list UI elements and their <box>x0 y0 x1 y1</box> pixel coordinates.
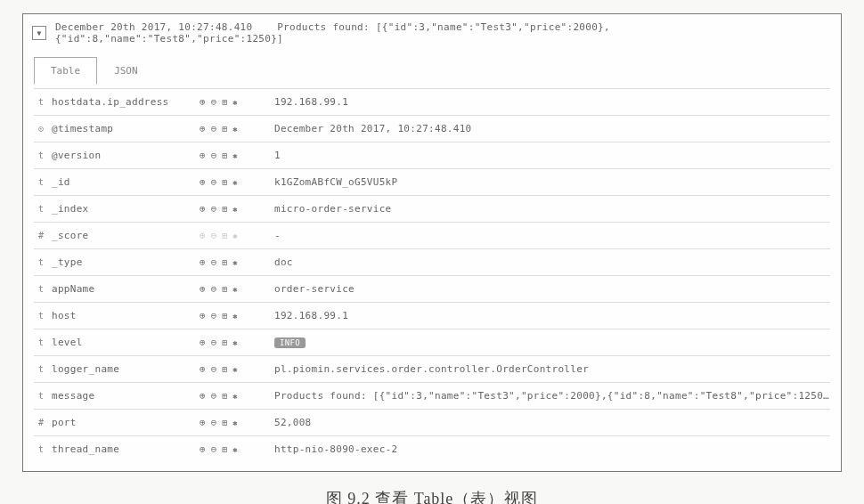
filter-in-icon[interactable] <box>200 176 206 188</box>
filter-out-icon[interactable] <box>211 176 217 188</box>
toggle-column-icon[interactable] <box>222 391 227 401</box>
field-name: message <box>48 390 200 402</box>
toggle-column-icon[interactable] <box>222 124 227 134</box>
toggle-column-icon[interactable] <box>222 97 227 107</box>
filter-in-icon[interactable] <box>200 96 206 108</box>
field-type-icon: t <box>34 391 48 401</box>
field-actions <box>200 443 269 455</box>
field-actions <box>200 363 269 375</box>
field-value: Products found: [{"id":3,"name":"Test3",… <box>269 390 830 402</box>
tab-table[interactable]: Table <box>34 57 97 85</box>
exists-filter-icon[interactable] <box>232 284 237 294</box>
filter-in-icon[interactable] <box>200 390 206 402</box>
filter-in-icon[interactable] <box>200 363 206 375</box>
field-value: - <box>269 230 830 241</box>
filter-out-icon[interactable] <box>211 363 217 375</box>
exists-filter-icon[interactable] <box>232 150 237 160</box>
field-value: 1 <box>269 150 830 161</box>
field-type-icon: t <box>34 177 48 187</box>
field-row: t_typedoc <box>34 248 830 275</box>
toggle-column-icon[interactable] <box>222 204 227 214</box>
filter-out-icon[interactable] <box>211 203 217 215</box>
field-row: tthread_namehttp-nio-8090-exec-2 <box>34 435 830 462</box>
toggle-column-icon[interactable] <box>222 231 227 240</box>
filter-in-icon[interactable] <box>200 310 206 321</box>
toggle-column-icon[interactable] <box>222 337 227 347</box>
filter-out-icon[interactable] <box>211 390 217 402</box>
field-name: port <box>48 417 200 428</box>
field-name: @timestamp <box>48 123 200 134</box>
field-name: _type <box>48 256 200 268</box>
field-name: @version <box>48 150 200 161</box>
field-actions <box>200 176 269 188</box>
filter-out-icon[interactable] <box>211 417 217 428</box>
filter-in-icon[interactable] <box>200 337 206 348</box>
collapse-button[interactable]: ▼ <box>32 26 46 40</box>
filter-in-icon[interactable] <box>200 256 206 268</box>
filter-out-icon[interactable] <box>211 230 217 241</box>
toggle-column-icon[interactable] <box>222 311 227 321</box>
field-value: 192.168.99.1 <box>269 310 830 321</box>
filter-out-icon[interactable] <box>211 96 217 108</box>
field-actions <box>200 417 269 428</box>
exists-filter-icon[interactable] <box>232 97 237 107</box>
field-actions <box>200 283 269 295</box>
filter-out-icon[interactable] <box>211 283 217 295</box>
toggle-column-icon[interactable] <box>222 150 227 160</box>
field-type-icon: # <box>34 418 48 427</box>
filter-out-icon[interactable] <box>211 256 217 268</box>
toggle-column-icon[interactable] <box>222 364 227 374</box>
field-actions <box>200 123 269 134</box>
figure-caption: 图 9.2 查看 Table（表）视图 <box>22 488 842 504</box>
filter-in-icon[interactable] <box>200 417 206 428</box>
filter-in-icon[interactable] <box>200 443 206 455</box>
field-row: thostdata.ip_address192.168.99.1 <box>34 88 830 115</box>
field-row: t_idk1GZomABfCW_oG5VU5kP <box>34 168 830 195</box>
field-type-icon: t <box>34 444 48 454</box>
filter-out-icon[interactable] <box>211 123 217 134</box>
field-actions <box>200 230 269 241</box>
filter-out-icon[interactable] <box>211 150 217 161</box>
exists-filter-icon[interactable] <box>232 418 237 427</box>
field-name: thread_name <box>48 443 200 455</box>
exists-filter-icon[interactable] <box>232 337 237 347</box>
field-row: #_score- <box>34 222 830 248</box>
exists-filter-icon[interactable] <box>232 391 237 401</box>
toggle-column-icon[interactable] <box>222 418 227 427</box>
toggle-column-icon[interactable] <box>222 177 227 187</box>
field-value: micro-order-service <box>269 203 830 215</box>
field-type-icon: t <box>34 150 48 160</box>
filter-in-icon[interactable] <box>200 230 206 241</box>
field-actions <box>200 150 269 161</box>
tab-json[interactable]: JSON <box>97 57 155 85</box>
toggle-column-icon[interactable] <box>222 257 227 267</box>
field-row: ⊙@timestampDecember 20th 2017, 10:27:48.… <box>34 115 830 142</box>
field-row: thost192.168.99.1 <box>34 302 830 329</box>
field-type-icon: t <box>34 337 48 347</box>
toggle-column-icon[interactable] <box>222 284 227 294</box>
filter-in-icon[interactable] <box>200 150 206 161</box>
field-actions <box>200 203 269 215</box>
exists-filter-icon[interactable] <box>232 311 237 321</box>
field-table: thostdata.ip_address192.168.99.1⊙@timest… <box>23 85 841 471</box>
exists-filter-icon[interactable] <box>232 231 237 240</box>
toggle-column-icon[interactable] <box>222 444 227 454</box>
field-type-icon: t <box>34 204 48 214</box>
exists-filter-icon[interactable] <box>232 124 237 134</box>
field-value: INFO <box>269 337 830 348</box>
filter-in-icon[interactable] <box>200 283 206 295</box>
field-name: _id <box>48 176 200 188</box>
exists-filter-icon[interactable] <box>232 257 237 267</box>
filter-in-icon[interactable] <box>200 203 206 215</box>
level-badge: INFO <box>274 337 306 348</box>
field-value: order-service <box>269 283 830 295</box>
filter-in-icon[interactable] <box>200 123 206 134</box>
exists-filter-icon[interactable] <box>232 444 237 454</box>
filter-out-icon[interactable] <box>211 337 217 348</box>
field-name: level <box>48 337 200 348</box>
filter-out-icon[interactable] <box>211 310 217 321</box>
exists-filter-icon[interactable] <box>232 364 237 374</box>
exists-filter-icon[interactable] <box>232 204 237 214</box>
exists-filter-icon[interactable] <box>232 177 237 187</box>
filter-out-icon[interactable] <box>211 443 217 455</box>
